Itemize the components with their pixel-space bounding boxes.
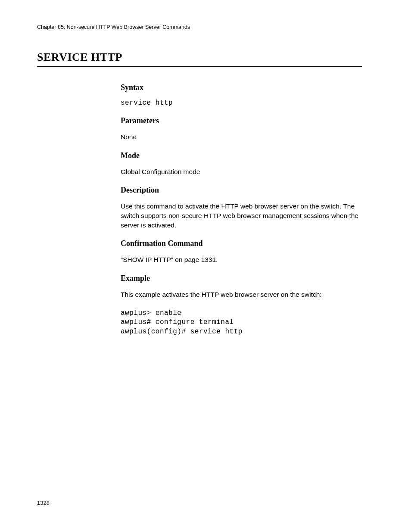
heading-mode: Mode — [121, 151, 362, 160]
section-confirmation: Confirmation Command “SHOW IP HTTP” on p… — [121, 239, 362, 264]
confirmation-text: “SHOW IP HTTP” on page 1331. — [121, 255, 362, 264]
content-area: Syntax service http Parameters None Mode… — [121, 83, 362, 337]
section-example: Example This example activates the HTTP … — [121, 274, 362, 336]
example-code: awplus> enable awplus# configure termina… — [121, 309, 362, 337]
section-mode: Mode Global Configuration mode — [121, 151, 362, 177]
section-description: Description Use this command to activate… — [121, 186, 362, 230]
section-parameters: Parameters None — [121, 116, 362, 142]
page-container: Chapter 85: Non-secure HTTP Web Browser … — [0, 0, 411, 337]
section-syntax: Syntax service http — [121, 83, 362, 107]
heading-example: Example — [121, 274, 362, 283]
page-number: 1328 — [37, 500, 50, 506]
heading-syntax: Syntax — [121, 83, 362, 92]
description-text: Use this command to activate the HTTP we… — [121, 202, 362, 230]
heading-parameters: Parameters — [121, 116, 362, 125]
chapter-header: Chapter 85: Non-secure HTTP Web Browser … — [37, 24, 362, 30]
mode-text: Global Configuration mode — [121, 167, 362, 177]
example-intro: This example activates the HTTP web brow… — [121, 290, 362, 299]
heading-description: Description — [121, 186, 362, 195]
syntax-command: service http — [121, 99, 362, 107]
page-title: SERVICE HTTP — [37, 51, 362, 67]
heading-confirmation: Confirmation Command — [121, 239, 362, 248]
parameters-text: None — [121, 132, 362, 142]
